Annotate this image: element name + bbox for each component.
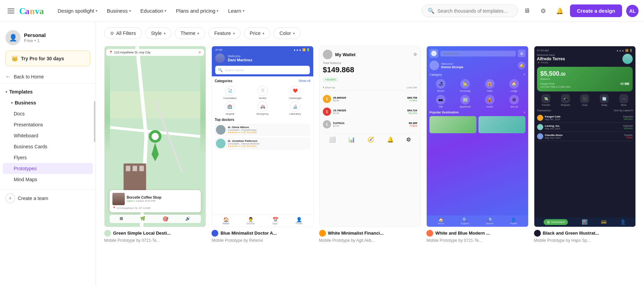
sidebar-item-presentations[interactable]: Presentations [0,119,96,130]
svg-rect-6 [110,91,200,119]
template-thumbnail: 07:00 AM▲▲▲ 📶 🔋 Welcome backAlfredo Torr… [534,46,636,227]
user-section: 👤 Personal Free • 1 [0,27,96,51]
svg-point-8 [151,133,159,140]
user-avatar-button[interactable]: AL [626,5,639,17]
template-thumbnail: ⊞ Welcome!Donna Stroupe 🔔 Category ≡ [426,46,528,227]
svg-text:a: a [25,6,29,16]
all-filters-button[interactable]: ⚙ All Filters [104,27,142,39]
create-design-button[interactable]: Create a design [570,4,622,17]
template-name: White Minimalist Financi... [328,231,384,236]
canva-logo: C a n v a [19,6,47,16]
svg-text:n: n [30,6,35,16]
template-thumbnail: My Wallet ⚙ Total Balance $149.868 +49.8… [319,46,421,227]
try-pro-button[interactable]: 👑 Try Pro for 30 days [5,51,90,66]
sidebar-item-docs[interactable]: Docs [0,108,96,119]
search-icon: 🔍 [428,8,435,14]
filter-icon: ⚙ [110,31,114,36]
chevron-down-icon: ▾ [11,101,13,105]
templates-grid: 📍123 Anywhere St, Any City✕ Borcelle Cof… [104,46,636,244]
chevron-down-icon: ▾ [233,32,235,35]
chevron-down-icon: ▾ [96,9,97,13]
settings-icon-btn[interactable]: ⚙ [537,5,549,17]
main-content: ⚙ All Filters Style ▾ Theme ▾ Feature ▾ … [96,22,644,286]
color-filter-button[interactable]: Color ▾ [274,27,300,39]
template-thumbnail: 📍123 Anywhere St, Any City✕ Borcelle Cof… [104,46,206,227]
sidebar-item-whiteboard[interactable]: Whiteboard [0,130,96,141]
chevron-down-icon: ▾ [293,32,295,35]
bell-icon-btn[interactable]: 🔔 [554,5,566,17]
sidebar-item-prototypes[interactable]: Prototypes [3,163,93,174]
filter-bar: ⚙ All Filters Style ▾ Theme ▾ Feature ▾ … [104,27,636,39]
template-card[interactable]: 07:00 AM▲▲▲ 📶 🔋 Welcome backAlfredo Torr… [534,46,636,244]
arrow-left-icon: ← [5,74,11,80]
template-sub: Mobile Prototype by Haps Sp... [534,238,636,243]
template-sub: Mobile Prototype by 0721-Te... [426,238,528,243]
business-header[interactable]: ▾ Business [0,97,96,108]
template-name: Blue Minimalist Doctor A... [220,231,277,236]
feature-filter-button[interactable]: Feature ▾ [208,27,240,39]
hamburger-button[interactable] [5,7,16,15]
sidebar-scroll-thumb [94,101,95,142]
nav-items: Design spotlight ▾ Business ▾ Education … [53,5,419,16]
template-card[interactable]: 📍123 Anywhere St, Any City✕ Borcelle Cof… [104,46,206,244]
template-sub: Mobile Prototype by Retenvi [211,238,313,243]
search-input[interactable] [437,8,512,14]
back-to-home[interactable]: ← Back to Home [0,70,96,84]
nav-design-spotlight[interactable]: Design spotlight ▾ [53,5,101,16]
template-thumbnail: 07:00▲▲▲ 📶 🔋 Welcome Dani Martinez [211,46,313,227]
theme-filter-button[interactable]: Theme ▾ [175,27,205,39]
user-avatar: 👤 [5,30,21,45]
svg-text:C: C [19,6,26,16]
svg-text:a: a [39,6,44,16]
nav-section: ▾ Templates ▾ Business Docs Presentation… [0,85,96,186]
template-name: White and Blue Modern ... [435,231,490,236]
template-card[interactable]: 07:00▲▲▲ 📶 🔋 Welcome Dani Martinez [211,46,313,244]
chevron-down-icon: ▾ [197,32,199,35]
sidebar-item-mind-maps[interactable]: Mind Maps [0,174,96,185]
sidebar-item-business-cards[interactable]: Business Cards [0,141,96,152]
nav-learn[interactable]: Learn ▾ [224,5,248,16]
template-card[interactable]: ⊞ Welcome!Donna Stroupe 🔔 Category ≡ [426,46,528,244]
chevron-down-icon: ▾ [164,32,166,35]
template-name: Green Simple Local Desti... [113,231,171,236]
search-bar[interactable]: 🔍 [422,4,518,17]
chevron-down-icon: ▾ [5,90,7,94]
top-nav: C a n v a Design spotlight ▾ Business ▾ … [0,0,644,22]
style-filter-button[interactable]: Style ▾ [145,27,171,39]
chevron-down-icon: ▾ [129,9,131,13]
user-name: Personal [24,32,90,38]
nav-right: 🖥 ⚙ 🔔 Create a design AL [521,4,639,17]
nav-plans[interactable]: Plans and pricing ▾ [172,5,222,16]
user-sub: Free • 1 [24,38,90,43]
svg-rect-11 [133,166,137,171]
svg-text:v: v [35,6,39,16]
templates-header[interactable]: ▾ Templates [0,86,96,97]
chevron-down-icon: ▾ [263,32,264,35]
template-sub: Mobile Prototype by Agit Akb... [319,238,421,243]
main-layout: 👤 Personal Free • 1 👑 Try Pro for 30 day… [0,22,644,286]
template-name: Black and Green Illustrat... [543,231,599,236]
team-icon: + [5,194,15,203]
sidebar: 👤 Personal Free • 1 👑 Try Pro for 30 day… [0,22,96,286]
sidebar-item-flyers[interactable]: Flyers [0,152,96,163]
nav-business[interactable]: Business ▾ [103,5,135,16]
nav-education[interactable]: Education ▾ [136,5,171,16]
price-filter-button[interactable]: Price ▾ [244,27,270,39]
monitor-icon-btn[interactable]: 🖥 [521,5,533,17]
chevron-down-icon: ▾ [243,9,244,13]
template-card[interactable]: My Wallet ⚙ Total Balance $149.868 +49.8… [319,46,421,244]
svg-rect-10 [126,166,130,171]
svg-rect-12 [139,166,144,171]
chevron-down-icon: ▾ [165,9,166,13]
sidebar-scrollbar[interactable] [94,22,96,286]
create-team[interactable]: + Create a team [0,189,96,207]
template-sub: Mobile Prototype by 0721-Te... [104,238,206,243]
chevron-down-icon: ▾ [217,9,218,13]
crown-icon: 👑 [11,55,18,62]
